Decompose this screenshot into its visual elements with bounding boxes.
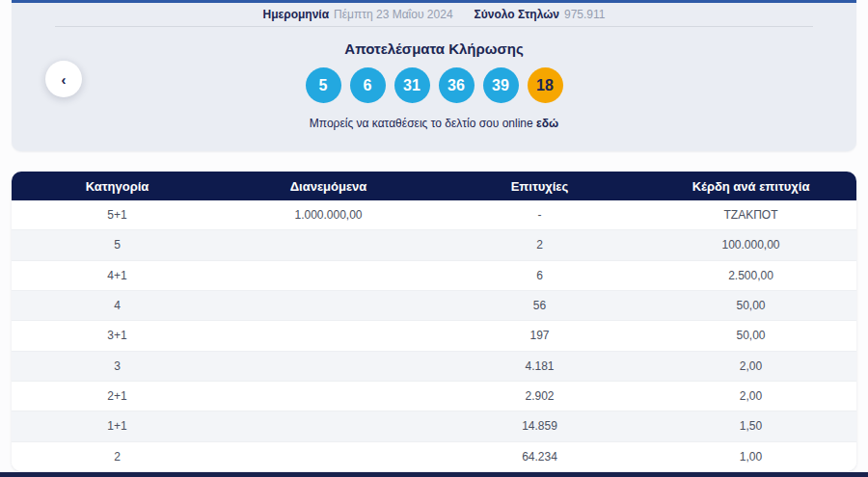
table-row: 1+1 14.859 1,50 (12, 411, 856, 441)
cell-category: 4 (12, 299, 223, 312)
cta-text: Μπορείς να καταθέσεις το δελτίο σου onli… (12, 117, 856, 130)
cta-here-link[interactable]: εδώ (536, 117, 558, 130)
lottery-ball: 5 (306, 67, 341, 103)
winning-numbers: 5631363918 (12, 67, 856, 103)
header-wins: Επιτυχίες (434, 179, 645, 194)
cell-wins: 14.859 (434, 419, 645, 433)
chevron-left-icon: ‹ (62, 71, 67, 88)
lottery-ball: 39 (483, 67, 519, 103)
lottery-ball: 6 (350, 67, 386, 103)
draw-date-value: Πέμπτη 23 Μαΐου 2024 (334, 8, 453, 21)
cell-wins: 197 (434, 329, 645, 342)
cell-prize: 2,00 (645, 389, 856, 403)
draw-results-panel: Ημερομηνία Πέμπτη 23 Μαΐου 2024 Σύνολο Σ… (12, 0, 856, 151)
cell-prize: 50,00 (645, 329, 856, 342)
cell-category: 4+1 (12, 269, 223, 282)
table-row: 3 4.181 2,00 (12, 352, 856, 382)
table-row: 3+1 197 50,00 (12, 321, 856, 351)
table-row: 5+1 1.000.000,00 - ΤΖΑΚΠΟΤ (12, 200, 856, 230)
cell-category: 5+1 (12, 208, 223, 222)
cell-category: 5 (12, 238, 223, 252)
prize-table: Κατηγορία Διανεμόμενα Επιτυχίες Κέρδη αν… (12, 172, 856, 471)
cell-category: 3+1 (12, 329, 223, 342)
cell-wins: 56 (434, 299, 645, 312)
cell-wins: 2.902 (434, 389, 645, 403)
cell-prize: ΤΖΑΚΠΟΤ (645, 208, 856, 222)
cell-distributed: 1.000.000,00 (223, 208, 434, 222)
cta-text-label: Μπορείς να καταθέσεις το δελτίο σου onli… (310, 117, 533, 130)
cell-prize: 100.000,00 (645, 238, 856, 252)
cell-prize: 2.500,00 (645, 269, 856, 282)
bonus-ball: 18 (528, 67, 563, 103)
cell-wins: 6 (434, 269, 645, 282)
header-prize-per-win: Κέρδη ανά επιτυχία (645, 179, 856, 194)
prize-table-header: Κατηγορία Διανεμόμενα Επιτυχίες Κέρδη αν… (12, 172, 856, 200)
table-row: 2+1 2.902 2,00 (12, 382, 856, 411)
total-columns-label: Σύνολο Στηλών (475, 8, 559, 21)
cell-prize: 1,00 (645, 450, 856, 464)
total-columns-value: 975.911 (564, 8, 606, 21)
table-row: 4+1 6 2.500,00 (12, 261, 856, 291)
lottery-ball: 31 (394, 67, 430, 103)
prize-table-body: 5+1 1.000.000,00 - ΤΖΑΚΠΟΤ 5 2 100.000,0… (12, 200, 856, 471)
cell-prize: 2,00 (645, 359, 856, 373)
cell-category: 3 (12, 359, 223, 373)
cell-wins: 64.234 (434, 450, 645, 464)
previous-draw-button[interactable]: ‹ (45, 61, 82, 97)
cell-prize: 1,50 (645, 419, 856, 433)
footer-divider (0, 472, 868, 477)
draw-date: Ημερομηνία Πέμπτη 23 Μαΐου 2024 (263, 8, 453, 21)
cell-wins: - (434, 208, 645, 222)
header-category: Κατηγορία (12, 179, 223, 194)
cell-category: 1+1 (12, 419, 223, 433)
results-title: Αποτελέσματα Κλήρωσης (12, 40, 856, 57)
table-row: 2 64.234 1,00 (12, 442, 856, 471)
lottery-ball: 36 (439, 67, 475, 103)
cell-prize: 50,00 (645, 299, 856, 312)
cell-category: 2+1 (12, 389, 223, 403)
table-row: 4 56 50,00 (12, 291, 856, 321)
table-row: 5 2 100.000,00 (12, 230, 856, 260)
total-columns: Σύνολο Στηλών 975.911 (475, 8, 606, 21)
header-distributed: Διανεμόμενα (223, 179, 434, 194)
draw-date-label: Ημερομηνία (263, 8, 330, 21)
cell-wins: 2 (434, 238, 645, 252)
draw-info-bar: Ημερομηνία Πέμπτη 23 Μαΐου 2024 Σύνολο Σ… (55, 3, 813, 27)
cell-category: 2 (12, 450, 223, 464)
cell-wins: 4.181 (434, 359, 645, 373)
